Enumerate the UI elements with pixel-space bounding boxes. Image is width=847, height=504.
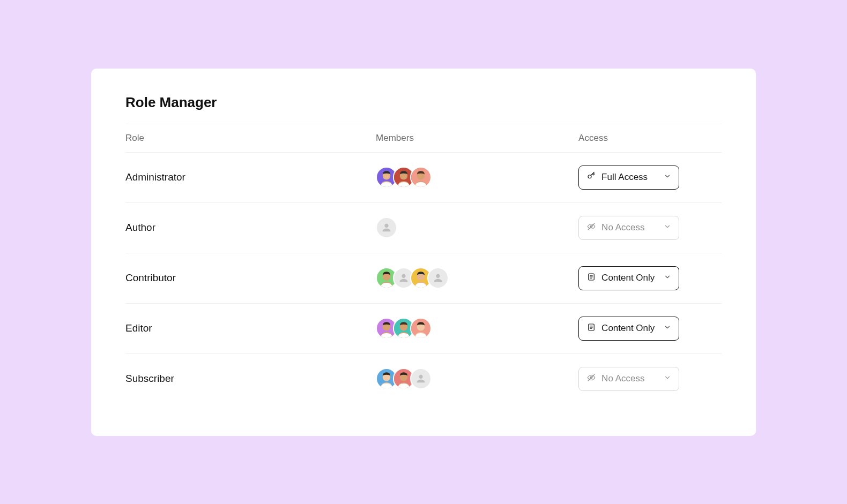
table-row: Administrator Full Access [125,152,722,202]
role-name: Contributor [125,253,376,303]
access-cell: No Access [578,202,722,253]
avatar [410,318,432,339]
avatar-placeholder [376,217,397,238]
access-cell: Content Only [578,303,722,353]
role-name: Administrator [125,152,376,202]
eye-off-icon [586,222,596,234]
col-members: Members [376,124,578,152]
eye-off-icon [586,373,596,385]
document-icon [586,272,596,284]
avatar-group [376,318,578,339]
avatar-group [376,368,578,389]
page-title: Role Manager [125,94,722,111]
access-select[interactable]: Full Access [578,166,679,190]
avatar-group [376,217,578,238]
members-cell [376,202,578,253]
access-label: Content Only [601,323,658,334]
avatar [410,167,432,188]
chevron-down-icon [664,323,671,334]
table-row: Subscriber No Access [125,353,722,404]
col-role: Role [125,124,376,152]
avatar-placeholder [427,267,449,289]
members-cell [376,152,578,202]
avatar-group [376,267,578,289]
chevron-down-icon [664,273,671,283]
access-label: Content Only [601,273,658,283]
role-name: Subscriber [125,353,376,404]
chevron-down-icon [664,172,671,183]
access-select[interactable]: Content Only [578,266,679,290]
members-cell [376,303,578,353]
table-row: AuthorNo Access [125,202,722,253]
access-cell: Full Access [578,152,722,202]
role-name: Editor [125,303,376,353]
table-row: Contributor Content Only [125,253,722,303]
role-name: Author [125,202,376,253]
table-row: Editor Content Only [125,303,722,353]
members-cell [376,353,578,404]
access-label: No Access [601,373,658,384]
avatar-group [376,167,578,188]
access-select[interactable]: No Access [578,367,679,391]
document-icon [586,322,596,335]
access-select[interactable]: Content Only [578,317,679,341]
access-cell: Content Only [578,253,722,303]
key-icon [586,171,596,184]
members-cell [376,253,578,303]
role-manager-card: Role Manager Role Members Access Adminis… [91,69,756,436]
avatar-placeholder [410,368,432,389]
roles-table: Role Members Access Administrator Full A… [125,124,722,404]
chevron-down-icon [664,222,671,233]
col-access: Access [578,124,722,152]
access-select[interactable]: No Access [578,216,679,240]
access-cell: No Access [578,353,722,404]
access-label: Full Access [601,172,658,183]
access-label: No Access [601,222,658,233]
chevron-down-icon [664,373,671,384]
